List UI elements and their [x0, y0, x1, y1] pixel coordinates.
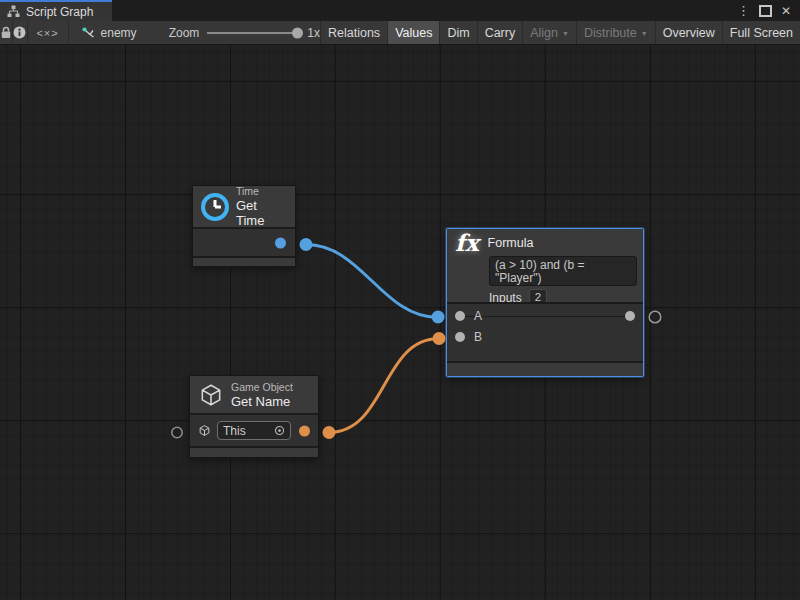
full-screen-label: Full Screen — [730, 26, 793, 40]
distribute-label: Distribute — [584, 26, 637, 40]
zoom-slider[interactable] — [207, 32, 299, 34]
window-controls: ⋮ ✕ — [737, 0, 800, 21]
sitemap-icon — [7, 5, 20, 18]
info-icon — [13, 26, 26, 39]
port-label-b: B — [474, 330, 482, 344]
port-row-b: B — [447, 326, 643, 347]
zoom-label: Zoom — [169, 26, 200, 40]
target-value: This — [223, 424, 270, 438]
lock-icon — [0, 26, 12, 39]
close-icon[interactable]: ✕ — [781, 5, 791, 17]
port-output-name[interactable] — [299, 425, 310, 436]
graph-name: enemy — [101, 26, 137, 40]
full-screen-button[interactable]: Full Screen — [722, 21, 800, 44]
port-output-result[interactable] — [625, 311, 635, 321]
carry-button[interactable]: Carry — [477, 21, 523, 44]
node-get-time-header: Time Get Time — [193, 186, 295, 229]
relations-button[interactable]: Relations — [320, 21, 387, 44]
node-get-name-footer — [190, 446, 318, 457]
values-button[interactable]: Values — [387, 21, 439, 44]
port-output-time[interactable] — [275, 237, 286, 248]
kebab-menu-icon[interactable]: ⋮ — [737, 4, 750, 17]
align-label: Align — [530, 26, 558, 40]
clock-icon — [201, 193, 229, 221]
dim-label: Dim — [447, 26, 469, 40]
node-formula-footer — [447, 361, 643, 376]
node-title: Get Name — [231, 394, 293, 409]
node-get-name-header: Game Object Get Name — [190, 376, 318, 415]
dim-button[interactable]: Dim — [439, 21, 476, 44]
node-get-name-body: This — [190, 415, 318, 446]
node-get-time-body — [193, 229, 295, 256]
window-titlebar: Script Graph ⋮ ✕ — [0, 0, 800, 21]
node-formula-header: fx Formula (a > 10) and (b = "Player") I… — [447, 229, 643, 304]
node-category: Game Object — [231, 381, 293, 394]
object-picker-icon[interactable] — [274, 425, 285, 436]
cube-icon — [198, 382, 224, 408]
graph-canvas[interactable]: Time Get Time fx Formula (a > 10) and (b… — [0, 45, 800, 600]
graph-toolbar: <×> enemy Zoom 1x Relations Values Dim C… — [0, 21, 800, 45]
maximize-icon[interactable] — [759, 5, 772, 17]
port-row-a: A — [447, 305, 643, 326]
carry-label: Carry — [485, 26, 516, 40]
port-input-b[interactable] — [455, 332, 465, 342]
script-graph-icon — [81, 26, 95, 40]
overview-label: Overview — [663, 26, 715, 40]
expression-line-2: "Player") — [495, 272, 631, 285]
port-input-a[interactable] — [455, 311, 465, 321]
relations-label: Relations — [328, 26, 380, 40]
formula-expression-input[interactable]: (a > 10) and (b = "Player") — [489, 256, 637, 286]
chevron-down-icon: ▼ — [562, 30, 569, 37]
code-view-icon: <×> — [36, 27, 58, 39]
align-button[interactable]: Align ▼ — [522, 21, 576, 44]
node-formula[interactable]: fx Formula (a > 10) and (b = "Player") I… — [446, 228, 644, 377]
target-object-field[interactable]: This — [217, 421, 291, 440]
code-view-button[interactable]: <×> — [28, 21, 69, 44]
node-get-time-footer — [193, 256, 295, 266]
overview-button[interactable]: Overview — [655, 21, 722, 44]
tab-title: Script Graph — [26, 5, 93, 19]
node-formula-ports: A B — [447, 304, 643, 361]
fx-icon: fx — [455, 232, 479, 254]
node-category: Time — [236, 185, 287, 198]
toolbar-toggles: Relations Values Dim Carry Align ▼ Distr… — [320, 21, 800, 44]
graph-breadcrumb[interactable]: enemy — [69, 21, 137, 44]
node-get-time[interactable]: Time Get Time — [192, 185, 296, 267]
zoom-control: Zoom 1x — [169, 21, 320, 44]
relation-line — [460, 316, 631, 317]
inputs-count-field[interactable]: 2 — [529, 289, 547, 304]
info-button[interactable] — [13, 21, 28, 44]
distribute-button[interactable]: Distribute ▼ — [576, 21, 655, 44]
chevron-down-icon: ▼ — [641, 30, 648, 37]
cube-icon — [198, 424, 211, 437]
zoom-slider-handle[interactable] — [292, 27, 303, 38]
lock-button[interactable] — [0, 21, 13, 44]
tab-script-graph[interactable]: Script Graph — [0, 0, 112, 21]
inputs-label: Inputs — [489, 291, 522, 305]
node-title: Get Time — [236, 198, 287, 228]
port-label-a: A — [474, 309, 482, 323]
node-get-name[interactable]: Game Object Get Name This — [189, 375, 319, 458]
node-title: Formula — [488, 236, 534, 250]
zoom-value: 1x — [307, 26, 320, 40]
values-label: Values — [395, 26, 432, 40]
